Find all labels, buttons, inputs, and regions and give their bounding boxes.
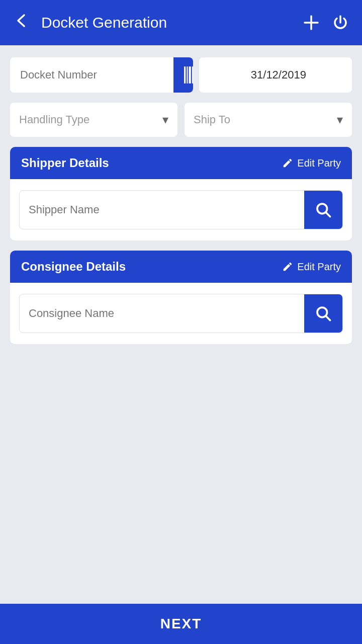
- consignee-edit-party-button[interactable]: Edit Party: [282, 261, 341, 273]
- next-label: NEXT: [160, 616, 202, 632]
- svg-line-23: [326, 316, 330, 320]
- dropdowns-row: Handling Type ▾ Ship To ▾: [10, 103, 352, 137]
- date-input[interactable]: [199, 57, 352, 93]
- handling-type-dropdown[interactable]: Handling Type ▾: [10, 103, 177, 137]
- svg-rect-4: [189, 66, 191, 84]
- consignee-search-button[interactable]: [304, 294, 342, 333]
- docket-number-field: [10, 57, 193, 93]
- date-field: [199, 57, 352, 93]
- ship-to-chevron: ▾: [337, 113, 343, 127]
- consignee-name-input[interactable]: [20, 297, 304, 330]
- app-header: Docket Generation: [0, 0, 362, 45]
- shipper-details-card: Shipper Details Edit Party: [10, 147, 352, 240]
- shipper-name-input[interactable]: [20, 193, 304, 226]
- shipper-edit-party-label: Edit Party: [297, 157, 341, 169]
- next-button[interactable]: NEXT: [0, 604, 362, 644]
- svg-rect-3: [187, 66, 188, 84]
- shipper-details-body: [10, 179, 352, 240]
- add-button[interactable]: [300, 11, 323, 34]
- page-title: Docket Generation: [41, 14, 292, 31]
- consignee-details-body: [10, 283, 352, 344]
- consignee-name-row: [19, 294, 343, 333]
- handling-type-label: Handling Type: [19, 113, 89, 126]
- docket-number-input[interactable]: [10, 57, 168, 93]
- back-button[interactable]: [10, 9, 33, 36]
- svg-rect-2: [184, 66, 186, 84]
- barcode-scan-button[interactable]: [173, 57, 193, 93]
- shipper-search-button[interactable]: [304, 191, 342, 229]
- consignee-edit-party-label: Edit Party: [297, 261, 341, 273]
- shipper-details-header: Shipper Details Edit Party: [10, 147, 352, 179]
- shipper-details-title: Shipper Details: [21, 156, 109, 170]
- handling-type-chevron: ▾: [162, 113, 168, 127]
- shipper-name-row: [19, 190, 343, 229]
- consignee-details-title: Consignee Details: [21, 260, 126, 274]
- consignee-details-header: Consignee Details Edit Party: [10, 251, 352, 283]
- consignee-details-card: Consignee Details Edit Party: [10, 251, 352, 344]
- main-content: Handling Type ▾ Ship To ▾ Shipper Detail…: [0, 45, 362, 604]
- ship-to-dropdown[interactable]: Ship To ▾: [185, 103, 352, 137]
- header-actions: [300, 11, 352, 34]
- svg-line-21: [326, 212, 330, 216]
- ship-to-label: Ship To: [194, 113, 230, 126]
- power-button[interactable]: [329, 11, 352, 34]
- svg-rect-5: [192, 66, 193, 84]
- shipper-edit-party-button[interactable]: Edit Party: [282, 157, 341, 169]
